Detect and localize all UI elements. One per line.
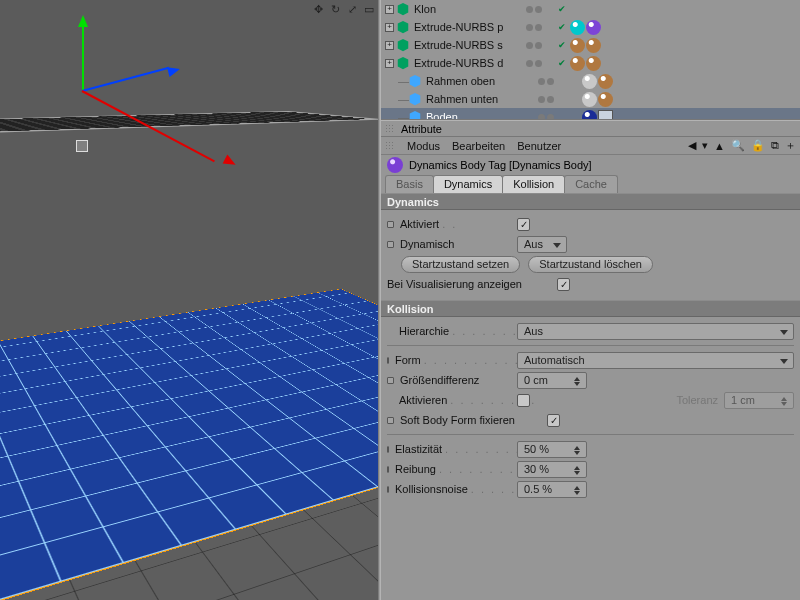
material-ball-icon[interactable] bbox=[586, 20, 601, 35]
polygon-icon bbox=[408, 74, 422, 88]
input-elastizitaet[interactable]: 50 % bbox=[517, 441, 587, 458]
material-ball-icon[interactable] bbox=[598, 92, 613, 107]
input-kollisionsnoise[interactable]: 0.5 % bbox=[517, 481, 587, 498]
expand-icon[interactable]: + bbox=[385, 5, 394, 14]
dropdown-form[interactable]: Automatisch bbox=[517, 352, 794, 369]
nav-back-icon[interactable]: ◀ bbox=[688, 139, 696, 152]
nav-up-icon[interactable]: ▲ bbox=[714, 140, 725, 152]
material-tags[interactable] bbox=[570, 38, 601, 53]
checkbox-aktivieren[interactable] bbox=[517, 394, 530, 407]
material-tags[interactable] bbox=[582, 110, 613, 121]
keyframe-dot[interactable] bbox=[387, 241, 394, 248]
material-tag-icon[interactable] bbox=[598, 110, 613, 121]
object-row[interactable]: +Extrude-NURBS p✔ bbox=[381, 18, 800, 36]
axis-y[interactable] bbox=[82, 20, 84, 90]
vp-move-icon[interactable]: ✥ bbox=[311, 2, 325, 16]
axis-gizmo[interactable] bbox=[82, 90, 84, 92]
attr-tabs: BasisDynamicsKollisionCache bbox=[381, 175, 800, 193]
viewport-3d[interactable]: ✥ ↻ ⤢ ▭ bbox=[0, 0, 378, 600]
object-name[interactable]: Extrude-NURBS d bbox=[412, 57, 524, 69]
object-row[interactable]: —Rahmen oben bbox=[381, 72, 800, 90]
vp-zoom-icon[interactable]: ⤢ bbox=[345, 2, 359, 16]
keyframe-dot[interactable] bbox=[387, 377, 394, 384]
enabled-check-icon[interactable]: ✔ bbox=[558, 4, 568, 14]
input-reibung[interactable]: 30 % bbox=[517, 461, 587, 478]
visibility-dots[interactable] bbox=[526, 42, 556, 49]
vp-frame-icon[interactable]: ▭ bbox=[362, 2, 376, 16]
material-tags[interactable] bbox=[570, 20, 601, 35]
axis-origin[interactable] bbox=[76, 140, 88, 152]
material-ball-icon[interactable] bbox=[582, 110, 597, 121]
enabled-check-icon[interactable]: ✔ bbox=[558, 22, 568, 32]
keyframe-dot[interactable] bbox=[387, 486, 389, 493]
tab-cache[interactable]: Cache bbox=[564, 175, 618, 193]
checkbox-softbody[interactable]: ✓ bbox=[547, 414, 560, 427]
attr-menubar: Modus Bearbeiten Benutzer ◀ ▾ ▲ 🔍 🔒 ⧉ ＋ bbox=[381, 137, 800, 155]
menu-benutzer[interactable]: Benutzer bbox=[517, 140, 561, 152]
checkbox-visualisierung[interactable]: ✓ bbox=[557, 278, 570, 291]
object-name[interactable]: Boden bbox=[424, 111, 536, 120]
expand-icon[interactable]: + bbox=[385, 23, 394, 32]
dynamics-tag-icon bbox=[387, 157, 403, 173]
keyframe-dot[interactable] bbox=[387, 466, 389, 473]
object-doormat[interactable] bbox=[0, 111, 378, 135]
enabled-check-icon[interactable]: ✔ bbox=[558, 40, 568, 50]
tab-dynamics[interactable]: Dynamics bbox=[433, 175, 503, 193]
checkbox-aktiviert[interactable]: ✓ bbox=[517, 218, 530, 231]
attribute-manager: Attribute Modus Bearbeiten Benutzer ◀ ▾ … bbox=[381, 120, 800, 600]
expand-icon[interactable]: + bbox=[385, 59, 394, 68]
material-ball-icon[interactable] bbox=[570, 20, 585, 35]
nav-history-icon[interactable]: ▾ bbox=[702, 139, 708, 152]
dropdown-dynamisch[interactable]: Aus bbox=[517, 236, 567, 253]
grip-icon[interactable] bbox=[385, 124, 395, 134]
visibility-dots[interactable] bbox=[526, 24, 556, 31]
menu-modus[interactable]: Modus bbox=[407, 140, 440, 152]
keyframe-dot[interactable] bbox=[387, 446, 389, 453]
keyframe-dot[interactable] bbox=[387, 417, 394, 424]
expand-icon[interactable]: + bbox=[385, 41, 394, 50]
material-ball-icon[interactable] bbox=[570, 56, 585, 71]
material-ball-icon[interactable] bbox=[570, 38, 585, 53]
section-kollision: Kollision bbox=[381, 300, 800, 317]
grip-icon[interactable] bbox=[385, 141, 395, 151]
material-ball-icon[interactable] bbox=[598, 74, 613, 89]
enabled-check-icon[interactable]: ✔ bbox=[558, 58, 568, 68]
material-ball-icon[interactable] bbox=[586, 56, 601, 71]
visibility-dots[interactable] bbox=[526, 6, 556, 13]
vp-rotate-icon[interactable]: ↻ bbox=[328, 2, 342, 16]
tab-basis[interactable]: Basis bbox=[385, 175, 434, 193]
tab-kollision[interactable]: Kollision bbox=[502, 175, 565, 193]
newwin-icon[interactable]: ⧉ bbox=[771, 139, 779, 152]
material-ball-icon[interactable] bbox=[582, 92, 597, 107]
object-row[interactable]: —Boden bbox=[381, 108, 800, 120]
add-icon[interactable]: ＋ bbox=[785, 138, 796, 153]
material-tags[interactable] bbox=[582, 74, 613, 89]
search-icon[interactable]: 🔍 bbox=[731, 139, 745, 152]
keyframe-dot[interactable] bbox=[387, 221, 394, 228]
object-row[interactable]: +Extrude-NURBS s✔ bbox=[381, 36, 800, 54]
object-name[interactable]: Extrude-NURBS s bbox=[412, 39, 524, 51]
lock-icon[interactable]: 🔒 bbox=[751, 139, 765, 152]
label-groesse: Größendifferenz bbox=[400, 374, 479, 386]
object-row[interactable]: —Rahmen unten bbox=[381, 90, 800, 108]
object-name[interactable]: Klon bbox=[412, 3, 524, 15]
object-row[interactable]: +Klon✔ bbox=[381, 0, 800, 18]
material-ball-icon[interactable] bbox=[582, 74, 597, 89]
btn-startzustand-setzen[interactable]: Startzustand setzen bbox=[401, 256, 520, 273]
input-groessendifferenz[interactable]: 0 cm bbox=[517, 372, 587, 389]
material-ball-icon[interactable] bbox=[586, 38, 601, 53]
menu-bearbeiten[interactable]: Bearbeiten bbox=[452, 140, 505, 152]
material-tags[interactable] bbox=[582, 92, 613, 107]
visibility-dots[interactable] bbox=[538, 78, 568, 85]
btn-startzustand-loeschen[interactable]: Startzustand löschen bbox=[528, 256, 653, 273]
keyframe-dot[interactable] bbox=[387, 357, 389, 364]
object-name[interactable]: Rahmen unten bbox=[424, 93, 536, 105]
object-name[interactable]: Rahmen oben bbox=[424, 75, 536, 87]
tag-title-row: Dynamics Body Tag [Dynamics Body] bbox=[381, 155, 800, 175]
object-name[interactable]: Extrude-NURBS p bbox=[412, 21, 524, 33]
visibility-dots[interactable] bbox=[526, 60, 556, 67]
visibility-dots[interactable] bbox=[538, 96, 568, 103]
material-tags[interactable] bbox=[570, 56, 601, 71]
object-row[interactable]: +Extrude-NURBS d✔ bbox=[381, 54, 800, 72]
dropdown-hierarchie[interactable]: Aus bbox=[517, 323, 794, 340]
